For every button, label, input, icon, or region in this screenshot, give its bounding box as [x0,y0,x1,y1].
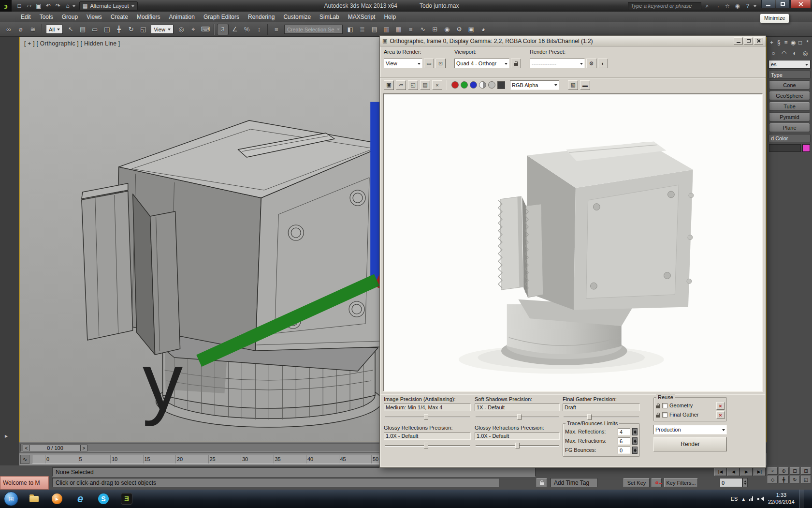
color-correction-icon[interactable]: ▧ [568,80,578,90]
minimize-button[interactable] [761,0,775,8]
search-icon[interactable]: ⌕ [703,1,711,10]
menu-item[interactable]: SimLab [315,12,344,22]
menu-item[interactable]: Animation [165,12,199,22]
blue-channel-button[interactable] [470,81,477,89]
channel-display-dropdown[interactable]: RGB Alpha [510,80,559,90]
menu-item[interactable]: Tools [35,12,58,22]
area-to-render-dropdown[interactable]: View [384,59,422,68]
menu-item[interactable]: Edit [16,12,35,22]
explorer-taskbar-icon[interactable] [23,491,44,507]
object-type-button[interactable]: Pyramid [769,112,810,121]
orbit-icon[interactable]: ↻ [790,476,800,483]
cameras-category-icon[interactable]: ◎ [800,49,810,58]
window-crossing-icon[interactable]: ◫ [101,24,113,35]
project-folder-icon[interactable]: ⌂ [63,1,72,10]
select-by-name-icon[interactable]: ▤ [77,24,88,35]
add-time-tag[interactable]: Add Time Tag [551,478,597,487]
menu-item[interactable]: Rendering [244,12,279,22]
3ds-max-taskbar-icon[interactable]: Ǝ [116,491,137,507]
internet-explorer-taskbar-icon[interactable]: e [70,491,91,507]
menu-item[interactable]: Graph Editors [199,12,244,22]
environment-effects-button[interactable]: ◐ [598,59,608,68]
render-button[interactable]: Render [653,437,727,451]
redo-icon[interactable]: ↷ [53,1,63,10]
edit-named-selections-icon[interactable]: ≡ [271,24,282,35]
object-type-rollout-header[interactable]: Type [768,71,811,79]
welcome-window-fragment[interactable]: Welcome to M [0,476,49,490]
save-file-icon[interactable]: ▣ [34,1,44,10]
zoom-icon[interactable]: ⌕ [768,467,778,475]
mini-curve-editor-button[interactable]: ∿ [20,455,29,464]
spinner-snap-icon[interactable]: ↕ [253,24,265,35]
schematic-view-icon[interactable]: ⊞ [429,24,441,35]
shapes-category-icon[interactable]: ◠ [779,49,789,58]
edit-region-button[interactable]: ▭ [424,59,434,68]
fov-icon[interactable]: ◇ [768,476,778,483]
help-caret-icon[interactable] [754,5,756,9]
go-to-end-icon[interactable]: ▶| [754,467,766,476]
red-channel-button[interactable] [451,81,459,89]
render-production-icon[interactable]: ◕ [478,24,489,35]
help-icon[interactable]: ? [743,1,752,10]
language-indicator[interactable]: ES [731,496,738,502]
go-to-start-icon[interactable]: |◀ [714,467,726,476]
menu-item[interactable]: Customize [279,12,315,22]
quick-access-caret-icon[interactable] [72,5,75,9]
clock[interactable]: 1:33 22/06/2014 [768,492,795,506]
geometry-checkbox[interactable] [662,403,667,408]
slider-thumb[interactable] [515,443,520,448]
close-button[interactable] [790,0,811,8]
application-menu-button[interactable]: ϶ [0,0,12,12]
new-scene-icon[interactable]: □ [14,1,24,10]
clear-geometry-button[interactable]: × [716,402,725,410]
frame-spinner-buttons[interactable] [742,478,748,487]
snaps-toggle[interactable]: 3 [217,24,229,35]
media-player-taskbar-icon[interactable]: ▸ [46,491,68,507]
toggle-ui-icon[interactable]: ▬ [580,80,590,90]
select-and-link-icon[interactable]: ∞ [3,24,14,35]
save-image-icon[interactable]: ▣ [384,80,394,90]
previous-frame-button[interactable]: < [23,445,30,451]
pan-icon[interactable]: ╋ [779,476,789,483]
percent-snap-icon[interactable]: % [241,24,253,35]
next-frame-button[interactable]: > [80,445,87,451]
menu-item[interactable]: Modifiers [132,12,165,22]
menu-item[interactable]: Group [58,12,82,22]
menu-item[interactable]: MAXScript [344,12,380,22]
maximize-viewport-icon[interactable]: ◱ [801,476,811,483]
max-refractions-spinner[interactable] [632,437,638,445]
lights-category-icon[interactable]: ◐ [790,49,799,58]
create-tab-icon[interactable]: + [768,38,775,47]
utilities-tab-icon[interactable]: * [804,38,811,47]
select-and-move-icon[interactable]: ╋ [113,24,125,35]
lock-to-viewport-button[interactable] [511,59,521,68]
undo-icon[interactable]: ↶ [44,1,53,10]
print-image-icon[interactable]: ▤ [420,80,430,90]
select-object-icon[interactable]: ↖ [65,24,76,35]
image-precision-slider[interactable] [384,414,471,420]
slider-thumb[interactable] [587,414,592,420]
primitive-type-dropdown[interactable]: es [768,60,811,69]
render-preset-dropdown[interactable]: -------------- [530,59,585,68]
set-key-button[interactable]: Set Key [624,478,650,487]
final-gather-checkbox[interactable] [662,412,667,418]
copy-image-icon[interactable]: ▱ [396,80,406,90]
rendered-frame-icon[interactable]: ▣ [465,24,477,35]
render-setup-button[interactable]: ⚙ [586,59,596,68]
background-color-swatch[interactable] [497,81,505,89]
selection-lock-toggle[interactable] [536,478,547,487]
open-file-icon[interactable]: ▱ [24,1,34,10]
fg-bounces-field[interactable]: 0 [618,447,630,454]
lock-geometry-icon[interactable] [656,405,660,408]
align-icon[interactable]: ≣ [357,24,368,35]
hidden-icons-button[interactable]: ▴ [742,496,745,502]
select-and-rotate-icon[interactable]: ↻ [125,24,137,35]
clear-icon[interactable]: × [432,80,442,90]
reference-coordinate-dropdown[interactable]: View [151,25,174,34]
favorites-star-icon[interactable]: ☆ [723,1,732,10]
layer-manager-icon[interactable]: ▤ [369,24,380,35]
zoom-extents-all-icon[interactable]: ⊞ [801,467,811,475]
start-button[interactable]: ⊞ [4,492,18,506]
mirror-icon[interactable]: ◧ [345,24,356,35]
rfw-close-button[interactable] [754,37,763,45]
